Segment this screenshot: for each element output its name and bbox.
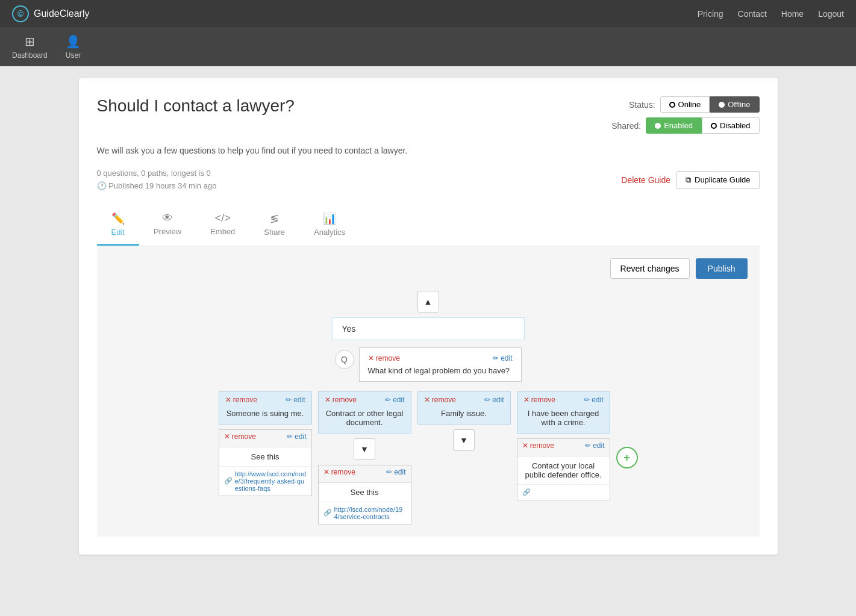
disabled-label: Disabled (720, 121, 751, 130)
result-card-4-header: ✕ remove ✏ edit (517, 439, 610, 456)
down-arrow-icon-2: ▼ (360, 444, 369, 454)
meta-published: 🕐 Published 19 hours 34 min ago (97, 180, 217, 193)
link-icon-4: 🔗 (522, 488, 531, 496)
tab-preview[interactable]: 👁 Preview (139, 205, 196, 246)
delete-guide-button[interactable]: Delete Guide (621, 175, 670, 185)
result1-link: 🔗 http://www.lscd.com/node/3/frequently-… (219, 466, 311, 496)
status-row: Status: Online Offline (629, 96, 760, 113)
nav-logout[interactable]: Logout (818, 9, 844, 19)
dashboard-icon: ⊞ (25, 34, 35, 49)
opt4-actions: ✕ remove ✏ edit (523, 396, 604, 404)
enabled-radio-dot (655, 123, 661, 129)
online-label: Online (678, 100, 701, 109)
share-icon: ≶ (270, 212, 279, 225)
tab-edit[interactable]: ✏️ Edit (97, 205, 139, 246)
opt4-edit-button[interactable]: ✏ edit (584, 396, 604, 404)
top-nav: © GuideClearly Pricing Contact Home Logo… (0, 0, 856, 27)
question-card: ✕ remove ✏ edit What kind of legal probl… (359, 347, 522, 382)
app-name: GuideClearly (34, 8, 89, 19)
question-card-actions: ✕ remove ✏ edit (368, 354, 513, 362)
tab-analytics[interactable]: 📊 Analytics (299, 205, 360, 246)
link-icon-1: 🔗 (224, 477, 233, 485)
main-content: Should I contact a lawyer? Status: Onlin… (79, 78, 778, 555)
status-offline-btn[interactable]: Offline (710, 96, 759, 113)
nav-pricing[interactable]: Pricing (698, 9, 723, 19)
opt4-text: I have been charged with a crime. (523, 406, 604, 429)
guide-description: We will ask you a few questions to help … (97, 146, 760, 155)
result4-edit-button[interactable]: ✏ edit (585, 441, 605, 450)
result1-edit-button[interactable]: ✏ edit (287, 432, 307, 441)
question-icon: Q (335, 350, 354, 369)
dashboard-label: Dashboard (12, 51, 48, 60)
opt3-remove-button[interactable]: ✕ remove (424, 396, 456, 404)
down-arrow-button-3[interactable]: ▼ (453, 429, 475, 451)
disabled-radio-dot (711, 123, 717, 129)
tabs-container: ✏️ Edit 👁 Preview </> Embed ≶ Share 📊 An… (97, 205, 760, 246)
publish-button[interactable]: Publish (696, 258, 748, 279)
result2-body: See this (319, 483, 411, 502)
online-radio-dot (669, 102, 675, 108)
nav-contact[interactable]: Contact (738, 9, 767, 19)
question-row: Q ✕ remove ✏ edit What kind of legal pro… (335, 347, 522, 382)
question-edit-button[interactable]: ✏ edit (493, 354, 513, 362)
opt3-edit-button[interactable]: ✏ edit (484, 396, 504, 404)
result4-body: Contact your local public defender offic… (517, 456, 610, 484)
nav-home[interactable]: Home (781, 9, 804, 19)
down-arrow-button-2[interactable]: ▼ (354, 438, 375, 460)
up-arrow-button[interactable]: ▲ (417, 291, 439, 313)
option-col-3: ✕ remove ✏ edit Family issue. ▼ (417, 391, 511, 451)
edit-icon: ✏️ (111, 212, 125, 225)
question-remove-button[interactable]: ✕ remove (368, 354, 400, 362)
guide-title: Should I contact a lawyer? (97, 96, 295, 116)
opt3-actions: ✕ remove ✏ edit (424, 396, 504, 404)
opt1-actions: ✕ remove ✏ edit (225, 396, 305, 404)
sidebar-item-dashboard[interactable]: ⊞ Dashboard (12, 34, 48, 60)
yes-box: Yes (332, 317, 525, 340)
option-card-2: ✕ remove ✏ edit Contract or other legal … (318, 391, 411, 434)
down-arrow-icon-3: ▼ (460, 435, 468, 445)
opt4-remove-button[interactable]: ✕ remove (523, 396, 555, 404)
clock-icon: 🕐 (97, 181, 107, 190)
user-icon: 👤 (66, 34, 81, 49)
logo-icon: © (12, 5, 29, 22)
status-online-btn[interactable]: Online (660, 96, 710, 113)
tab-share[interactable]: ≶ Share (249, 205, 299, 246)
up-arrow-icon: ▲ (424, 297, 433, 306)
duplicate-guide-button[interactable]: ⧉ Duplicate Guide (676, 171, 760, 189)
opt3-text: Family issue. (424, 406, 504, 420)
shared-enabled-btn[interactable]: Enabled (646, 117, 702, 134)
opt1-edit-button[interactable]: ✏ edit (286, 396, 305, 404)
shared-disabled-btn[interactable]: Disabled (702, 117, 760, 134)
option-col-4: ✕ remove ✏ edit I have been charged with… (517, 391, 610, 500)
result2-remove-button[interactable]: ✕ remove (323, 468, 355, 476)
opt1-remove-button[interactable]: ✕ remove (225, 396, 257, 404)
result-card-4: ✕ remove ✏ edit Contact your local publi… (517, 438, 610, 500)
shared-row: Shared: Enabled Disabled (611, 117, 759, 134)
guide-status: Status: Online Offline Shared: (611, 96, 759, 134)
result2-actions: ✕ remove ✏ edit (323, 468, 406, 476)
guide-header: Should I contact a lawyer? Status: Onlin… (97, 96, 760, 134)
result4-link: 🔗 (517, 484, 610, 500)
result-card-1-header: ✕ remove ✏ edit (219, 430, 311, 447)
edit-area: Revert changes Publish ▲ Yes Q ✕ remove … (97, 246, 760, 537)
opt2-edit-button[interactable]: ✏ edit (385, 396, 405, 404)
embed-icon: </> (215, 212, 231, 225)
result-card-1: ✕ remove ✏ edit See this 🔗 http://www.ls… (219, 429, 312, 496)
guide-meta: 0 questions, 0 paths, longest is 0 🕐 Pub… (97, 167, 217, 193)
status-label: Status: (629, 100, 655, 110)
user-label: User (66, 51, 81, 60)
result1-remove-button[interactable]: ✕ remove (224, 432, 256, 441)
meta-questions: 0 questions, 0 paths, longest is 0 (97, 167, 217, 180)
add-option-button[interactable]: + (616, 447, 638, 468)
tab-embed[interactable]: </> Embed (196, 205, 249, 246)
result4-remove-button[interactable]: ✕ remove (522, 441, 554, 450)
sub-nav: ⊞ Dashboard 👤 User (0, 27, 856, 66)
result-card-2: ✕ remove ✏ edit See this 🔗 http://lscd.c… (318, 465, 411, 524)
status-toggle: Online Offline (660, 96, 760, 113)
sidebar-item-user[interactable]: 👤 User (66, 34, 81, 60)
opt2-text: Contract or other legal document. (325, 406, 405, 429)
opt2-remove-button[interactable]: ✕ remove (325, 396, 357, 404)
result2-edit-button[interactable]: ✏ edit (386, 468, 406, 476)
revert-changes-button[interactable]: Revert changes (610, 258, 690, 279)
app-logo[interactable]: © GuideClearly (12, 5, 89, 22)
